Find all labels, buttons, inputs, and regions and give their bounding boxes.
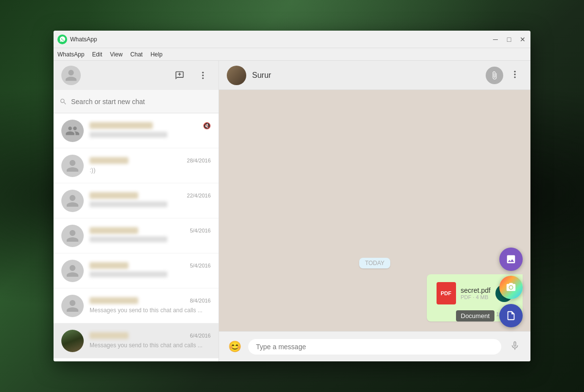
chat-time: 8/4/2016 bbox=[190, 298, 211, 303]
chat-header: Surur bbox=[219, 61, 530, 90]
svg-point-5 bbox=[514, 76, 515, 78]
chat-info: 5/4/2016 bbox=[90, 227, 211, 244]
today-divider: TODAY bbox=[227, 258, 523, 268]
sidebar: 🔇 28/4/2016 :)) bbox=[54, 61, 219, 361]
chat-name-row: 5/4/2016 bbox=[90, 262, 211, 269]
search-input[interactable] bbox=[71, 98, 213, 106]
titlebar: WhatsApp ─ □ ✕ bbox=[54, 31, 530, 48]
chat-info: 8/4/2016 Messages you send to this chat … bbox=[90, 297, 211, 314]
close-button[interactable]: ✕ bbox=[519, 36, 527, 43]
pdf-meta: PDF · 4 MB bbox=[461, 294, 491, 300]
menu-chat[interactable]: Chat bbox=[130, 51, 143, 58]
app-window: WhatsApp ─ □ ✕ WhatsApp Edit View Chat H… bbox=[54, 31, 530, 361]
pdf-filename: secret.pdf bbox=[461, 286, 491, 294]
search-icon bbox=[59, 98, 67, 106]
more-options-button[interactable] bbox=[195, 68, 211, 83]
pdf-info: secret.pdf PDF · 4 MB bbox=[461, 286, 491, 300]
avatar bbox=[61, 260, 84, 282]
chat-name-row: 5/4/2016 bbox=[90, 227, 211, 234]
my-avatar[interactable] bbox=[61, 66, 81, 85]
app-logo bbox=[57, 35, 67, 44]
mic-button[interactable] bbox=[507, 339, 523, 355]
attachment-popup: Document bbox=[499, 248, 523, 327]
chat-preview bbox=[90, 132, 167, 138]
chat-contact-name: Surur bbox=[252, 71, 486, 80]
chat-name-row: 🔇 bbox=[90, 122, 211, 129]
svg-point-3 bbox=[514, 71, 515, 72]
chat-time: 5/4/2016 bbox=[190, 228, 211, 233]
menu-view[interactable]: View bbox=[110, 51, 123, 58]
menu-edit[interactable]: Edit bbox=[92, 51, 102, 58]
chat-preview: :)) bbox=[90, 166, 95, 174]
chat-input-area: 😊 bbox=[219, 331, 530, 361]
chat-preview: Messages you send to this chat and calls… bbox=[90, 307, 202, 314]
search-bar bbox=[54, 90, 219, 113]
mute-icon: 🔇 bbox=[203, 122, 211, 129]
menu-help[interactable]: Help bbox=[150, 51, 163, 58]
main-content: 🔇 28/4/2016 :)) bbox=[54, 61, 530, 361]
chat-name-row: 6/4/2016 bbox=[90, 332, 211, 339]
chat-name bbox=[90, 297, 138, 304]
list-item[interactable]: 5/4/2016 bbox=[54, 218, 219, 253]
list-item[interactable]: 28/4/2016 :)) bbox=[54, 148, 219, 183]
chat-time: 6/4/2016 bbox=[190, 333, 211, 339]
avatar bbox=[61, 155, 84, 177]
chat-time: 5/4/2016 bbox=[190, 263, 211, 268]
chat-time: 28/4/2016 bbox=[187, 158, 211, 163]
chat-name bbox=[90, 192, 138, 199]
app-title: WhatsApp bbox=[70, 36, 492, 43]
svg-point-0 bbox=[202, 72, 203, 73]
today-badge: TODAY bbox=[359, 258, 390, 268]
menubar: WhatsApp Edit View Chat Help bbox=[54, 48, 530, 61]
chat-name bbox=[90, 157, 128, 164]
more-chat-options-button[interactable] bbox=[507, 67, 523, 82]
svg-point-1 bbox=[202, 74, 203, 76]
list-item[interactable]: 8/4/2016 Messages you send to this chat … bbox=[54, 288, 219, 323]
chat-name bbox=[90, 332, 128, 339]
list-item[interactable]: 🔇 bbox=[54, 113, 219, 148]
window-controls: ─ □ ✕ bbox=[492, 36, 527, 43]
chat-preview bbox=[90, 236, 167, 242]
attach-button[interactable] bbox=[486, 67, 503, 84]
chat-info: 🔇 bbox=[90, 122, 211, 140]
sidebar-actions bbox=[172, 68, 211, 83]
message-input[interactable] bbox=[248, 339, 501, 355]
svg-point-4 bbox=[514, 73, 515, 75]
new-chat-button[interactable] bbox=[172, 68, 187, 83]
emoji-button[interactable]: 😊 bbox=[227, 339, 242, 355]
avatar bbox=[61, 330, 84, 352]
chat-header-avatar bbox=[227, 66, 246, 85]
chat-list: 🔇 28/4/2016 :)) bbox=[54, 113, 219, 361]
document-tooltip: Document bbox=[456, 310, 494, 321]
sidebar-header bbox=[54, 61, 219, 90]
document-attach-button[interactable]: Document bbox=[499, 304, 523, 327]
messages-area: TODAY PDF secret.pdf PDF · 4 MB bbox=[219, 90, 530, 331]
chat-name bbox=[90, 262, 128, 269]
chat-info: 28/4/2016 :)) bbox=[90, 157, 211, 174]
chat-header-actions bbox=[486, 67, 523, 84]
list-item[interactable]: Yesterday Messages you send to this chat… bbox=[54, 358, 219, 361]
chat-name-row: 22/4/2016 bbox=[90, 192, 211, 199]
avatar bbox=[61, 295, 84, 317]
chat-area: Surur TODAY bbox=[219, 61, 530, 361]
list-item[interactable]: 6/4/2016 Messages you send to this chat … bbox=[54, 323, 219, 358]
avatar bbox=[61, 190, 84, 212]
gallery-attach-button[interactable] bbox=[499, 248, 523, 271]
camera-attach-button[interactable] bbox=[499, 276, 523, 299]
minimize-button[interactable]: ─ bbox=[492, 36, 499, 43]
chat-name-row: 8/4/2016 bbox=[90, 297, 211, 304]
chat-info: 5/4/2016 bbox=[90, 262, 211, 279]
svg-point-2 bbox=[202, 77, 203, 79]
chat-name bbox=[90, 122, 153, 129]
list-item[interactable]: 5/4/2016 bbox=[54, 253, 219, 288]
menu-whatsapp[interactable]: WhatsApp bbox=[57, 51, 84, 58]
maximize-button[interactable]: □ bbox=[505, 36, 513, 43]
chat-preview: Messages you send to this chat and calls… bbox=[90, 342, 202, 349]
chat-name-row: 28/4/2016 bbox=[90, 157, 211, 164]
list-item[interactable]: 22/4/2016 bbox=[54, 183, 219, 218]
chat-preview bbox=[90, 201, 167, 207]
chat-info: 22/4/2016 bbox=[90, 192, 211, 209]
chat-time: 22/4/2016 bbox=[187, 193, 211, 198]
chat-info: 6/4/2016 Messages you send to this chat … bbox=[90, 332, 211, 349]
avatar bbox=[61, 225, 84, 247]
